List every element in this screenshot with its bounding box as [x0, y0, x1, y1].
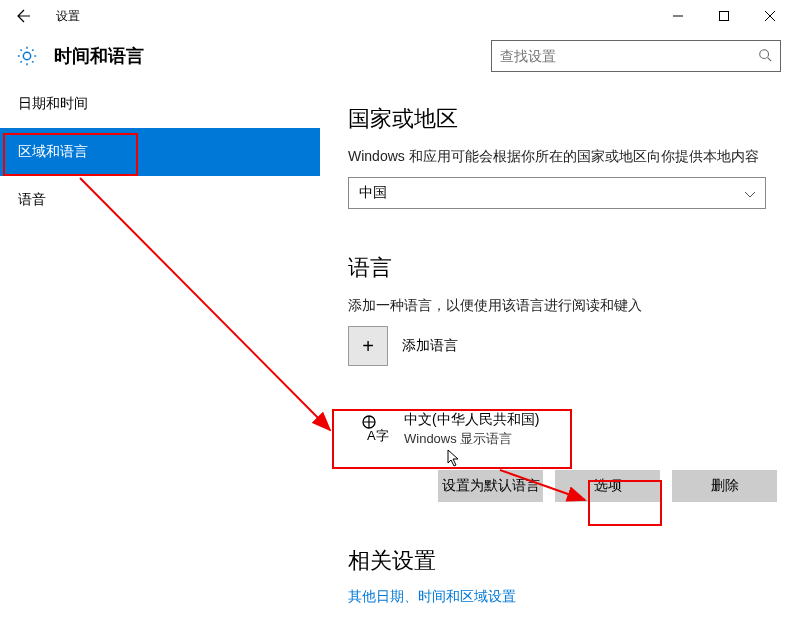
minimize-button[interactable]	[655, 0, 701, 32]
language-name: 中文(中华人民共和国)	[404, 410, 539, 430]
language-glyph-icon: A字	[358, 413, 390, 445]
close-icon	[765, 11, 775, 21]
language-item-chinese[interactable]: A字 中文(中华人民共和国) Windows 显示语言	[348, 398, 768, 460]
language-sub: Windows 显示语言	[404, 430, 539, 448]
add-language-row: + 添加语言	[348, 326, 777, 366]
svg-point-1	[760, 49, 769, 58]
sidebar: 日期和时间 区域和语言 语音	[0, 80, 320, 632]
sidebar-item-label: 日期和时间	[18, 95, 88, 113]
window-controls	[655, 0, 793, 32]
svg-rect-0	[720, 12, 729, 21]
body: 日期和时间 区域和语言 语音 国家或地区 Windows 和应用可能会根据你所在…	[0, 80, 797, 632]
language-buttons: 设置为默认语言 选项 删除	[348, 470, 777, 502]
add-language-label: 添加语言	[402, 337, 458, 355]
remove-button[interactable]: 删除	[672, 470, 777, 502]
set-default-button[interactable]: 设置为默认语言	[438, 470, 543, 502]
search-icon	[758, 48, 772, 65]
search-box[interactable]	[491, 40, 781, 72]
header: 时间和语言	[0, 32, 797, 80]
region-desc: Windows 和应用可能会根据你所在的国家或地区向你提供本地内容	[348, 146, 777, 167]
region-heading: 国家或地区	[348, 104, 777, 134]
content: 国家或地区 Windows 和应用可能会根据你所在的国家或地区向你提供本地内容 …	[320, 80, 797, 632]
sidebar-item-label: 区域和语言	[18, 143, 88, 161]
language-desc: 添加一种语言，以便使用该语言进行阅读和键入	[348, 295, 777, 316]
related-link[interactable]: 其他日期、时间和区域设置	[348, 588, 777, 606]
maximize-icon	[719, 11, 729, 21]
close-button[interactable]	[747, 0, 793, 32]
language-heading: 语言	[348, 253, 777, 283]
country-selected: 中国	[359, 184, 387, 202]
sidebar-item-region-language[interactable]: 区域和语言	[0, 128, 320, 176]
page-title: 时间和语言	[54, 44, 144, 68]
related-heading: 相关设置	[348, 546, 777, 576]
country-dropdown[interactable]: 中国	[348, 177, 766, 209]
back-button[interactable]	[4, 0, 44, 32]
options-button[interactable]: 选项	[555, 470, 660, 502]
plus-icon: +	[362, 335, 374, 358]
sidebar-item-datetime[interactable]: 日期和时间	[0, 80, 320, 128]
header-left: 时间和语言	[16, 44, 144, 68]
svg-text:A字: A字	[367, 428, 389, 443]
language-text: 中文(中华人民共和国) Windows 显示语言	[404, 410, 539, 448]
sidebar-item-label: 语音	[18, 191, 46, 209]
minimize-icon	[673, 11, 683, 21]
chevron-down-icon	[745, 185, 755, 201]
window-title: 设置	[56, 8, 655, 25]
gear-icon	[16, 45, 38, 67]
search-input[interactable]	[500, 48, 750, 64]
maximize-button[interactable]	[701, 0, 747, 32]
titlebar: 设置	[0, 0, 797, 32]
back-arrow-icon	[16, 8, 32, 24]
sidebar-item-speech[interactable]: 语音	[0, 176, 320, 224]
add-language-button[interactable]: +	[348, 326, 388, 366]
